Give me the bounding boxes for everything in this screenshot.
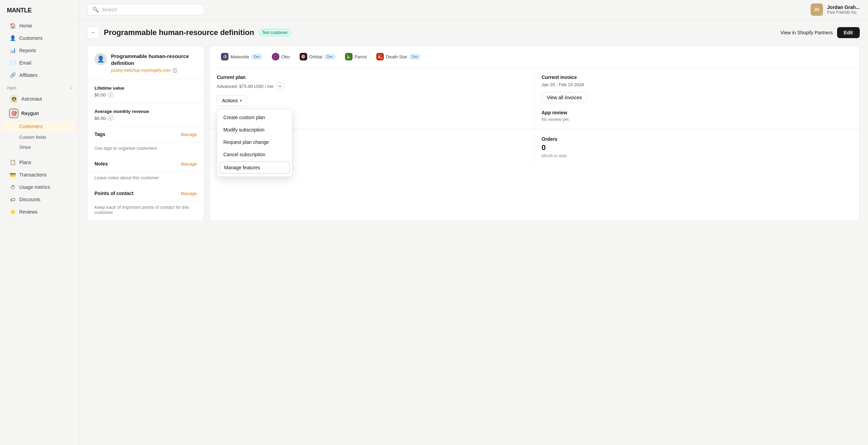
lifetime-value-section: Lifetime value $0.00 ℹ — [88, 80, 204, 103]
sidebar-customers-label: Customers — [19, 35, 43, 41]
plans-icon: 📋 — [10, 159, 16, 166]
sidebar-item-reports[interactable]: 📊 Reports — [3, 45, 76, 56]
tab-deathstar[interactable]: 💫 Death Star Dev — [372, 51, 424, 62]
tab-orbital[interactable]: 🎯 Orbital Dev — [296, 51, 340, 62]
affiliates-icon: 🔗 — [10, 72, 16, 78]
search-placeholder: Search — [102, 7, 117, 12]
sidebar-reports-label: Reports — [19, 48, 36, 53]
usage-metrics-icon: ⏱ — [10, 184, 16, 190]
header-actions: View in Shopify Partners Edit — [780, 27, 860, 38]
avg-monthly-section: Average monthly revenue $0.00 ℹ — [88, 103, 204, 127]
tab-meteorite[interactable]: 🪨 Meteorite Dev — [217, 51, 266, 62]
app-tabs: 🪨 Meteorite Dev ⭕ Otto 🎯 Orbital Dev — [210, 46, 859, 68]
deathstar-tab-label: Death Star — [386, 54, 407, 59]
sidebar-item-custom-fields[interactable]: Custom fields — [3, 133, 76, 142]
deathstar-badge: Dev — [409, 54, 420, 59]
shop-url-link[interactable]: pushy-ketchup.myshopify.com 📋 — [111, 68, 197, 73]
tags-label: Tags — [94, 132, 105, 137]
sidebar-item-plans[interactable]: 📋 Plans — [3, 157, 76, 168]
avg-monthly-label: Average monthly revenue — [94, 109, 197, 114]
sidebar-item-usage-metrics[interactable]: ⏱ Usage metrics — [3, 181, 76, 193]
parrot-tab-icon: 🦜 — [345, 53, 353, 60]
sidebar-email-label: Email — [19, 60, 31, 66]
notes-manage-link[interactable]: Manage — [181, 161, 197, 167]
main-area: 🔍 Search JG Jordan Grah... Five Friends … — [79, 0, 868, 445]
customers-icon: 👤 — [10, 35, 16, 41]
actions-label: Actions — [222, 98, 238, 103]
dropdown-cancel-sub[interactable]: Cancel subscription — [217, 148, 292, 161]
actions-chevron-icon: ▾ — [240, 98, 242, 103]
current-plan-label: Current plan — [217, 75, 527, 80]
lifetime-value-label: Lifetime value — [94, 85, 197, 91]
sidebar-item-customers-active[interactable]: Customers — [3, 121, 76, 132]
parrot-tab-label: Parrot — [355, 54, 367, 59]
plan-actions: Actions ▾ Create custom plan Modify subs… — [217, 95, 527, 106]
page-header: ← Programmable human-resource definition… — [87, 26, 860, 39]
sidebar-item-astronaut[interactable]: 🧑‍🚀 Astronaut — [3, 92, 76, 106]
tags-body: Use tags to organize customers — [88, 142, 204, 156]
sidebar-item-affiliates[interactable]: 🔗 Affiliates — [3, 69, 76, 81]
avg-monthly-value: $0.00 ℹ — [94, 115, 197, 121]
back-button[interactable]: ← — [87, 26, 100, 39]
user-name: Jordan Grah... — [827, 4, 860, 10]
edit-button[interactable]: Edit — [837, 27, 860, 38]
actions-button[interactable]: Actions ▾ — [217, 95, 247, 106]
tags-header: Tags Manage — [88, 127, 204, 142]
tags-section: Tags Manage Use tags to organize custome… — [88, 127, 204, 156]
sidebar-item-email[interactable]: ✉️ Email — [3, 57, 76, 69]
view-shopify-button[interactable]: View in Shopify Partners — [780, 30, 833, 35]
lifetime-value-info-icon[interactable]: ℹ — [108, 92, 113, 98]
metrics-grid: Revenue Month to date Orders 0 Month to … — [210, 129, 859, 165]
custom-fields-label: Custom fields — [19, 135, 46, 140]
page-title: Programmable human-resource definition — [104, 28, 254, 37]
customer-avatar: 👤 — [94, 53, 107, 65]
app-review-label: App review — [542, 110, 853, 115]
tags-manage-link[interactable]: Manage — [181, 132, 197, 137]
dropdown-create-custom[interactable]: Create custom plan — [217, 111, 292, 124]
current-invoice-label: Current invoice — [542, 75, 853, 80]
deathstar-tab-icon: 💫 — [376, 53, 384, 60]
edit-plan-icon[interactable]: ✏ — [276, 82, 285, 90]
email-icon: ✉️ — [10, 60, 16, 66]
tab-otto[interactable]: ⭕ Otto — [268, 51, 294, 62]
sidebar-item-stripe[interactable]: Stripe — [3, 142, 76, 152]
meteorite-tab-icon: 🪨 — [221, 53, 229, 60]
view-all-invoices-button[interactable]: View all invoices — [542, 92, 587, 103]
reports-icon: 📊 — [10, 47, 16, 54]
avg-monthly-info-icon[interactable]: ℹ — [108, 115, 113, 121]
transactions-icon: 💳 — [10, 172, 16, 178]
discounts-label: Discounts — [19, 197, 40, 202]
sidebar-item-discounts[interactable]: 🏷 Discounts — [3, 194, 76, 205]
poc-body: Keep track of important points of contac… — [88, 201, 204, 220]
raygun-label: Raygun — [21, 111, 39, 116]
reviews-icon: ⭐ — [10, 209, 16, 215]
sidebar-item-home[interactable]: 🏠 Home — [3, 20, 76, 32]
apps-section-label: Apps › — [0, 81, 79, 92]
dropdown-request-change[interactable]: Request plan change — [217, 136, 292, 148]
raygun-icon: 🎯 — [10, 109, 18, 117]
topbar: 🔍 Search JG Jordan Grah... Five Friends … — [79, 0, 868, 20]
sidebar-item-customers-top[interactable]: 👤 Customers — [3, 32, 76, 44]
notes-header: Notes Manage — [88, 156, 204, 172]
search-box[interactable]: 🔍 Search — [87, 4, 204, 15]
orbital-tab-label: Orbital — [309, 54, 322, 59]
user-company: Five Friends Inc. — [827, 10, 860, 15]
plan-invoice-grid: Current plan Advanced: $75.00 USD / mo ✏… — [210, 68, 859, 129]
dropdown-manage-features[interactable]: Manage features — [219, 161, 290, 174]
dropdown-modify-sub[interactable]: Modify subscription — [217, 124, 292, 136]
sidebar-item-reviews[interactable]: ⭐ Reviews — [3, 206, 76, 218]
sidebar-item-raygun[interactable]: 🎯 Raygun — [3, 106, 76, 120]
otto-tab-icon: ⭕ — [272, 53, 279, 60]
tab-parrot[interactable]: 🦜 Parrot — [341, 51, 371, 62]
poc-label: Points of contact — [94, 191, 134, 196]
astronaut-icon: 🧑‍🚀 — [10, 95, 18, 103]
current-plan-section: Current plan Advanced: $75.00 USD / mo ✏… — [210, 68, 535, 129]
discounts-icon: 🏷 — [10, 196, 16, 203]
lifetime-value-value: $0.00 ℹ — [94, 92, 197, 98]
customer-name-section: Programmable human-resource definition p… — [111, 53, 197, 73]
sidebar-item-transactions[interactable]: 💳 Transactions — [3, 169, 76, 181]
poc-header: Points of contact Manage — [88, 186, 204, 201]
poc-manage-link[interactable]: Manage — [181, 191, 197, 196]
sidebar-home-label: Home — [19, 23, 32, 28]
astronaut-label: Astronaut — [21, 96, 42, 102]
